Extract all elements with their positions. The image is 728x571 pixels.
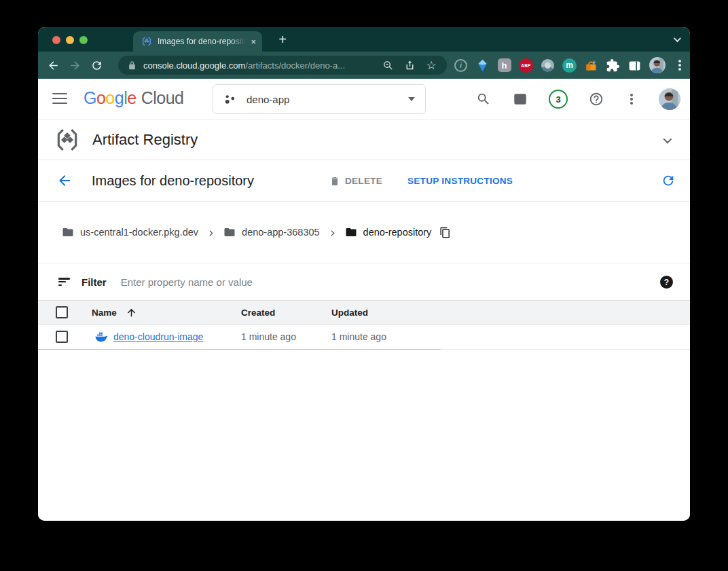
delete-label: DELETE bbox=[345, 176, 382, 186]
breadcrumb-item-registry[interactable]: us-central1-docker.pkg.dev bbox=[62, 226, 198, 238]
m-extension-icon[interactable]: m bbox=[562, 58, 577, 73]
tab-close-icon[interactable]: × bbox=[251, 37, 256, 46]
info-extension-icon[interactable]: i bbox=[454, 58, 468, 73]
sort-ascending-icon[interactable] bbox=[126, 307, 137, 318]
folder-icon bbox=[223, 226, 236, 238]
row-divider bbox=[38, 349, 441, 350]
desktop-background: Images for deno-repository – A × + conso… bbox=[0, 0, 728, 571]
page-header: Images for deno-repository DELETE SETUP … bbox=[38, 160, 690, 202]
breadcrumb-item-repository: deno-repository bbox=[345, 226, 432, 238]
tab-bar: Images for deno-repository – A × + bbox=[38, 27, 690, 52]
help-icon[interactable] bbox=[588, 91, 604, 107]
updated-cell: 1 minute ago bbox=[331, 331, 690, 342]
table-row: deno-cloudrun-image 1 minute ago 1 minut… bbox=[38, 325, 690, 350]
column-header-updated[interactable]: Updated bbox=[331, 308, 690, 318]
filter-input[interactable] bbox=[121, 276, 690, 288]
briefcase-extension-icon[interactable] bbox=[584, 58, 598, 73]
forward-button[interactable] bbox=[67, 57, 83, 73]
breadcrumb-label: deno-repository bbox=[363, 227, 432, 238]
breadcrumb-label: deno-app-368305 bbox=[242, 227, 320, 238]
reload-button[interactable] bbox=[88, 57, 105, 73]
ring-extension-icon[interactable] bbox=[541, 58, 555, 73]
browser-window: Images for deno-repository – A × + conso… bbox=[38, 27, 690, 521]
project-name: deno-app bbox=[247, 94, 408, 105]
browser-toolbar: console.cloud.google.com/artifacts/docke… bbox=[38, 52, 690, 79]
breadcrumb: us-central1-docker.pkg.dev deno-app-3683… bbox=[38, 202, 690, 263]
setup-instructions-button[interactable]: SETUP INSTRUCTIONS bbox=[407, 160, 513, 202]
browser-profile-avatar[interactable] bbox=[649, 57, 666, 73]
logo-letter: G bbox=[84, 88, 96, 107]
project-selector[interactable]: deno-app bbox=[213, 84, 426, 114]
refresh-button[interactable] bbox=[661, 173, 676, 188]
window-controls bbox=[52, 36, 88, 44]
project-caret-icon bbox=[408, 97, 415, 101]
extensions-puzzle-icon[interactable] bbox=[606, 58, 620, 73]
notifications-badge[interactable]: 3 bbox=[549, 90, 568, 109]
row-checkbox[interactable] bbox=[56, 331, 68, 343]
browser-menu-kebab-icon[interactable] bbox=[678, 64, 681, 67]
logo-letter: o bbox=[105, 88, 114, 107]
copy-icon[interactable] bbox=[439, 227, 451, 238]
back-button[interactable] bbox=[45, 57, 61, 73]
filter-label[interactable]: Filter bbox=[81, 276, 107, 288]
browser-tab[interactable]: Images for deno-repository – A × bbox=[133, 31, 262, 52]
share-icon[interactable] bbox=[403, 59, 416, 71]
side-panel-icon[interactable] bbox=[627, 58, 642, 73]
logo-letter: g bbox=[115, 88, 124, 107]
close-window-button[interactable] bbox=[52, 36, 60, 44]
logo-letter: o bbox=[96, 88, 105, 107]
artifact-registry-icon bbox=[54, 127, 80, 153]
name-header-label: Name bbox=[92, 308, 117, 318]
search-icon[interactable] bbox=[475, 91, 492, 107]
navigation-menu-icon[interactable] bbox=[52, 93, 67, 104]
delete-button[interactable]: DELETE bbox=[329, 160, 382, 202]
gcp-header: GoogleCloud deno-app 3 bbox=[38, 79, 690, 119]
tab-search-chevron-icon[interactable] bbox=[674, 35, 681, 42]
created-cell: 1 minute ago bbox=[241, 331, 331, 342]
breadcrumb-item-project[interactable]: deno-app-368305 bbox=[223, 226, 320, 238]
url-path: /artifacts/docker/deno-a... bbox=[245, 60, 345, 71]
account-avatar[interactable] bbox=[659, 88, 680, 110]
trash-icon bbox=[329, 176, 340, 187]
product-header: Artifact Registry bbox=[38, 119, 690, 160]
gcp-header-actions: 3 bbox=[475, 79, 680, 119]
gcp-menu-kebab-icon[interactable] bbox=[630, 98, 633, 100]
docker-icon bbox=[94, 331, 109, 343]
column-header-name[interactable]: Name bbox=[92, 307, 241, 318]
empty-content-area bbox=[38, 350, 690, 521]
folder-icon bbox=[345, 226, 357, 238]
folder-icon bbox=[62, 226, 74, 238]
breadcrumb-label: us-central1-docker.pkg.dev bbox=[80, 227, 198, 238]
url-domain: console.cloud.google.com bbox=[143, 60, 245, 71]
page-title: Images for deno-repository bbox=[92, 173, 254, 189]
zoom-out-icon[interactable] bbox=[382, 59, 394, 71]
cloud-shell-icon[interactable] bbox=[512, 91, 528, 107]
logo-letter: e bbox=[127, 88, 136, 107]
filter-bar: Filter ? bbox=[38, 263, 690, 301]
address-bar[interactable]: console.cloud.google.com/artifacts/docke… bbox=[118, 56, 447, 75]
project-icon bbox=[223, 93, 236, 106]
setup-label: SETUP INSTRUCTIONS bbox=[407, 176, 513, 186]
gem-extension-icon[interactable] bbox=[475, 58, 490, 73]
url-text: console.cloud.google.com/artifacts/docke… bbox=[143, 60, 382, 71]
minimize-window-button[interactable] bbox=[66, 36, 74, 44]
tab-title: Images for deno-repository – A bbox=[158, 37, 248, 46]
lock-icon[interactable] bbox=[127, 60, 137, 71]
chevron-down-icon[interactable] bbox=[663, 135, 672, 144]
google-cloud-logo[interactable]: GoogleCloud bbox=[84, 88, 183, 108]
bookmark-star-icon[interactable]: ☆ bbox=[425, 59, 437, 71]
image-name-cell: deno-cloudrun-image bbox=[92, 331, 241, 343]
product-title: Artifact Registry bbox=[92, 131, 198, 149]
adblock-plus-extension-icon[interactable]: ABP bbox=[519, 58, 533, 73]
new-tab-button[interactable]: + bbox=[274, 27, 291, 52]
filter-help-icon[interactable]: ? bbox=[660, 276, 673, 289]
image-link[interactable]: deno-cloudrun-image bbox=[113, 331, 203, 342]
logo-cloud-text: Cloud bbox=[141, 88, 184, 107]
fullscreen-window-button[interactable] bbox=[79, 36, 88, 44]
honey-extension-icon[interactable]: h bbox=[497, 58, 511, 73]
column-header-created[interactable]: Created bbox=[241, 308, 331, 318]
back-arrow-button[interactable] bbox=[56, 172, 73, 189]
artifact-registry-favicon bbox=[141, 36, 152, 47]
select-all-checkbox[interactable] bbox=[56, 306, 68, 318]
chevron-right-icon bbox=[328, 228, 337, 237]
